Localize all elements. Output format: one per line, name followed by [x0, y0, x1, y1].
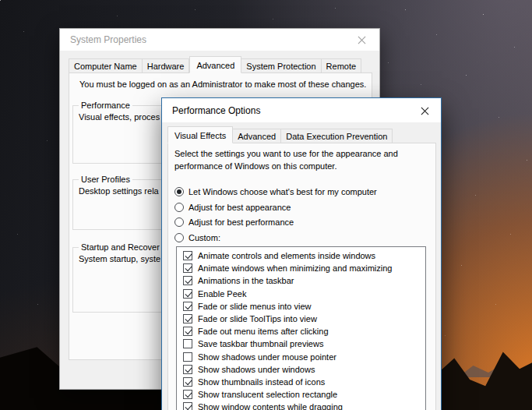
- system-properties-tabs: Computer Name Hardware Advanced System P…: [69, 56, 361, 73]
- tab-data-execution-prevention[interactable]: Data Execution Prevention: [281, 129, 393, 143]
- checkbox-label: Show shadows under mouse pointer: [198, 352, 336, 362]
- checkbox-icon[interactable]: [183, 377, 192, 387]
- checkbox-icon[interactable]: [183, 314, 192, 323]
- admin-notice: You must be logged on as an Administrato…: [79, 80, 366, 89]
- checkbox-label: Show shadows under windows: [198, 365, 315, 374]
- list-item[interactable]: Show shadows under windows: [177, 363, 425, 376]
- list-item[interactable]: Enable Peek: [177, 288, 425, 300]
- radio-button-icon[interactable]: [174, 203, 184, 212]
- performance-group-label: Performance: [79, 101, 132, 110]
- radio-label: Adjust for best appearance: [188, 203, 291, 212]
- tab-advanced[interactable]: Advanced: [233, 129, 281, 143]
- performance-options-titlebar[interactable]: Performance Options: [162, 98, 441, 122]
- checkbox-icon[interactable]: [183, 352, 192, 362]
- window-title: Performance Options: [162, 105, 260, 116]
- checkbox-icon[interactable]: [183, 390, 192, 399]
- checkbox-icon[interactable]: [183, 327, 192, 336]
- user-profiles-group-label: User Profiles: [79, 175, 132, 184]
- list-item[interactable]: Animate windows when minimizing and maxi…: [177, 262, 425, 274]
- list-item[interactable]: Save taskbar thumbnail previews: [177, 338, 425, 350]
- checkbox-label: Fade or slide ToolTips into view: [198, 314, 317, 323]
- checkbox-icon[interactable]: [183, 251, 192, 260]
- checkbox-label: Save taskbar thumbnail previews: [198, 339, 323, 348]
- close-icon: [420, 106, 430, 116]
- tab-system-protection[interactable]: System Protection: [241, 58, 321, 73]
- window-title: System Properties: [60, 34, 146, 45]
- performance-options-window: Performance Options Visual Effects Advan…: [161, 97, 442, 410]
- performance-group-text: Visual effects, proces: [79, 112, 160, 122]
- list-item[interactable]: Show shadows under mouse pointer: [177, 351, 425, 363]
- radio-button-icon[interactable]: [174, 233, 184, 242]
- tab-remote[interactable]: Remote: [322, 58, 362, 73]
- checkbox-label: Animate controls and elements inside win…: [198, 251, 375, 260]
- checkbox-icon[interactable]: [183, 276, 192, 285]
- checkbox-label: Fade or slide menus into view: [198, 302, 312, 311]
- checkbox-icon[interactable]: [183, 302, 192, 311]
- checkbox-icon[interactable]: [183, 263, 192, 273]
- close-icon: [357, 35, 367, 45]
- checkbox-label: Animate windows when minimizing and maxi…: [198, 263, 392, 273]
- list-item[interactable]: Fade or slide menus into view: [177, 300, 425, 313]
- radio-button-icon[interactable]: [174, 187, 184, 196]
- list-item[interactable]: Show window contents while dragging: [177, 401, 425, 410]
- tab-visual-effects[interactable]: Visual Effects: [167, 126, 233, 143]
- startup-recovery-group-label: Startup and Recover: [79, 242, 162, 252]
- radio-label: Custom:: [188, 233, 220, 242]
- checkbox-label: Fade out menu items after clicking: [198, 327, 329, 336]
- performance-options-tabs: Visual Effects Advanced Data Execution P…: [167, 126, 393, 143]
- radio-button-icon[interactable]: [174, 217, 184, 227]
- list-item[interactable]: Show thumbnails instead of icons: [177, 376, 425, 388]
- checkbox-label: Show window contents while dragging: [198, 402, 343, 410]
- checkbox-icon[interactable]: [183, 365, 192, 374]
- checkbox-icon[interactable]: [183, 339, 192, 348]
- tab-hardware[interactable]: Hardware: [143, 58, 190, 73]
- list-item[interactable]: Animate controls and elements inside win…: [177, 249, 425, 262]
- startup-recovery-group-text: System startup, syste: [79, 254, 160, 263]
- radio-custom[interactable]: Custom:: [174, 232, 220, 243]
- radio-best-performance[interactable]: Adjust for best performance: [174, 216, 294, 228]
- list-item[interactable]: Fade or slide ToolTips into view: [177, 313, 425, 325]
- checkbox-icon[interactable]: [183, 402, 192, 410]
- visual-effects-list[interactable]: Animate controls and elements inside win…: [176, 246, 426, 410]
- checkbox-label: Animations in the taskbar: [198, 276, 294, 285]
- list-item[interactable]: Fade out menu items after clicking: [177, 325, 425, 338]
- description-line2: performance of Windows on this computer.: [174, 161, 336, 171]
- radio-label: Let Windows choose what's best for my co…: [188, 187, 377, 196]
- stars-decoration: [0, 0, 1, 1]
- radio-let-windows-choose[interactable]: Let Windows choose what's best for my co…: [174, 186, 377, 197]
- system-properties-titlebar[interactable]: System Properties: [60, 29, 379, 51]
- checkbox-label: Show thumbnails instead of icons: [198, 377, 325, 387]
- close-button[interactable]: [413, 103, 436, 118]
- user-profiles-group-text: Desktop settings rela: [79, 186, 159, 196]
- list-item[interactable]: Animations in the taskbar: [177, 274, 425, 287]
- visual-effects-tab-page: Select the settings you want to use for …: [167, 143, 436, 410]
- tab-advanced[interactable]: Advanced: [189, 56, 241, 73]
- tab-computer-name[interactable]: Computer Name: [69, 58, 143, 73]
- description-line1: Select the settings you want to use for …: [174, 149, 398, 158]
- list-item[interactable]: Show translucent selection rectangle: [177, 388, 425, 401]
- close-button[interactable]: [350, 32, 373, 48]
- radio-best-appearance[interactable]: Adjust for best appearance: [174, 201, 291, 213]
- radio-label: Adjust for best performance: [188, 217, 294, 227]
- checkbox-label: Show translucent selection rectangle: [198, 390, 337, 399]
- checkbox-icon[interactable]: [183, 289, 192, 299]
- checkbox-label: Enable Peek: [198, 289, 246, 299]
